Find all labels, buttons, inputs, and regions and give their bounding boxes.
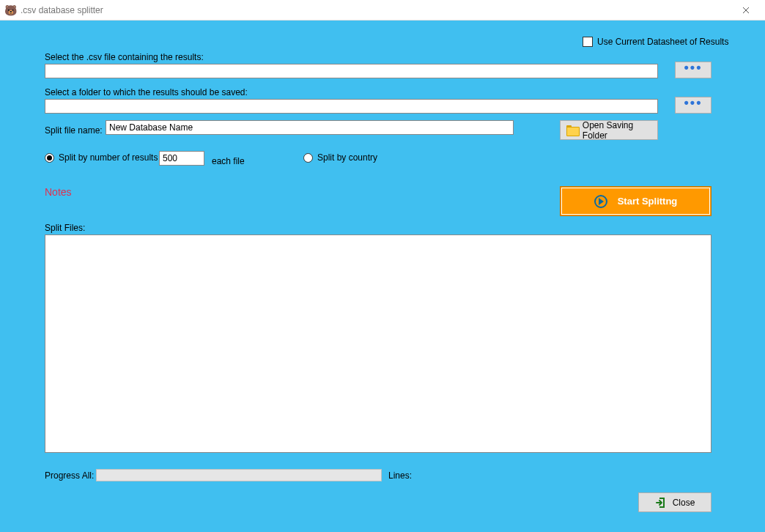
split-by-country-label: Split by country xyxy=(317,152,377,163)
csv-path-input[interactable] xyxy=(45,64,658,78)
titlebar: 🐻 .csv database splitter xyxy=(0,0,765,21)
progress-all-label: Progress All: xyxy=(45,470,94,481)
split-by-number-label: Split by number of results xyxy=(59,152,158,163)
browse-csv-button[interactable]: ••• xyxy=(675,62,712,78)
ellipsis-icon: ••• xyxy=(684,95,703,111)
split-file-name-label: Split file name: xyxy=(45,125,103,136)
browse-folder-button[interactable]: ••• xyxy=(675,97,712,114)
exit-icon xyxy=(655,497,667,509)
window-title: .csv database splitter xyxy=(21,5,731,15)
window-close-button[interactable] xyxy=(731,0,761,21)
select-folder-label: Select a folder to which the results sho… xyxy=(45,87,248,97)
split-by-country-radio-row: Split by country xyxy=(303,152,377,163)
ellipsis-icon: ••• xyxy=(684,60,703,75)
start-splitting-label: Start Splittng xyxy=(618,196,678,207)
use-current-datasheet-checkbox[interactable] xyxy=(583,37,593,47)
folder-icon xyxy=(566,125,577,135)
play-icon xyxy=(594,195,607,208)
close-icon xyxy=(742,7,750,14)
split-files-listbox[interactable] xyxy=(45,234,712,453)
folder-path-input[interactable] xyxy=(45,99,658,114)
use-current-datasheet-row: Use Current Datasheet of Results xyxy=(583,37,728,47)
each-file-label: each file xyxy=(212,156,245,166)
progress-bar xyxy=(96,469,382,481)
close-button-label: Close xyxy=(673,498,695,508)
select-csv-label: Select the .csv file containing the resu… xyxy=(45,52,204,62)
app-icon: 🐻 xyxy=(4,4,16,16)
lines-label: Lines: xyxy=(388,470,412,481)
notes-link[interactable]: Notes xyxy=(45,186,72,198)
number-of-results-input[interactable] xyxy=(159,151,204,166)
radio-dot xyxy=(47,155,52,160)
start-splitting-button[interactable]: Start Splittng xyxy=(560,186,712,216)
open-saving-folder-label: Open Saving Folder xyxy=(583,120,650,141)
client-area: Use Current Datasheet of Results Select … xyxy=(0,21,765,532)
open-saving-folder-button[interactable]: Open Saving Folder xyxy=(560,120,658,140)
split-by-country-radio[interactable] xyxy=(303,153,313,163)
split-files-label: Split Files: xyxy=(45,223,85,233)
use-current-datasheet-label: Use Current Datasheet of Results xyxy=(597,37,728,47)
split-file-name-input[interactable] xyxy=(106,120,514,135)
split-by-number-radio[interactable] xyxy=(45,153,54,163)
split-by-number-radio-row: Split by number of results xyxy=(45,152,158,163)
close-button[interactable]: Close xyxy=(638,492,712,512)
